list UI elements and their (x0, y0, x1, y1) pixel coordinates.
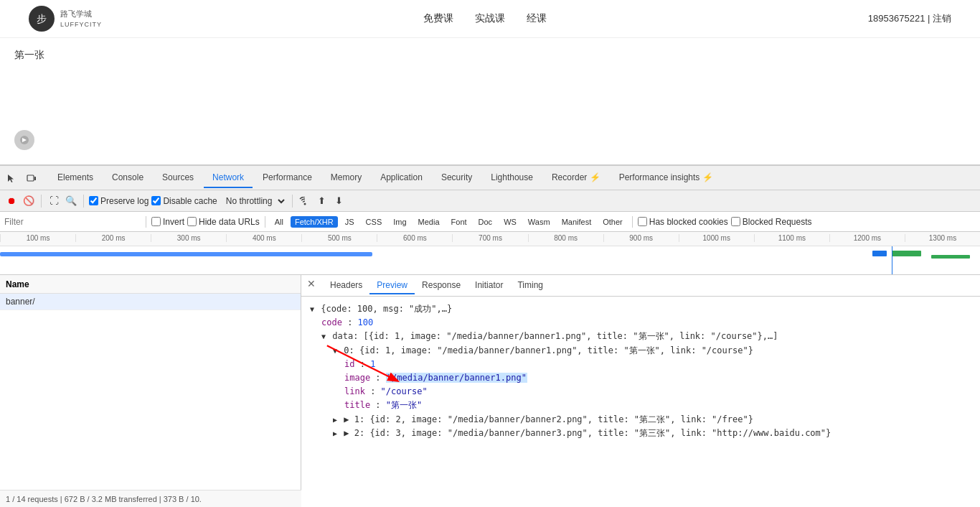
ruler-mark-600: 600 ms (377, 234, 452, 242)
json-item0-link: link : "/course" (310, 385, 971, 399)
type-doc[interactable]: Doc (474, 216, 497, 228)
request-row-label: banner/ (6, 297, 35, 307)
detail-tab-initiator[interactable]: Initiator (468, 277, 510, 294)
data-arrow (321, 332, 326, 340)
ruler-mark-300: 300 ms (151, 234, 226, 242)
tab-recorder[interactable]: Recorder ⚡ (543, 168, 609, 188)
filter-icon[interactable]: ⛶ (47, 194, 61, 208)
nav-item-lesson[interactable]: 经课 (527, 12, 547, 25)
json-id-key: id (344, 359, 354, 369)
tab-application[interactable]: Application (372, 168, 431, 188)
network-conditions-icon[interactable] (298, 194, 312, 208)
json-id-value: 1 (370, 359, 375, 369)
json-colon-3: : (375, 373, 385, 383)
device-toggle-icon[interactable] (23, 169, 40, 187)
tab-network[interactable]: Network (204, 168, 253, 188)
json-data-summary: data: [{id: 1, image: "/media/banner/ban… (332, 331, 778, 341)
disable-cache-checkbox[interactable] (151, 196, 161, 205)
tab-memory[interactable]: Memory (322, 168, 370, 188)
hide-data-urls-checkbox[interactable] (187, 217, 197, 226)
tab-sources[interactable]: Sources (154, 168, 202, 188)
name-panel-header: Name (0, 275, 301, 294)
tab-console[interactable]: Console (103, 168, 152, 188)
type-fetch-xhr[interactable]: Fetch/XHR (291, 216, 338, 228)
type-css[interactable]: CSS (362, 216, 387, 228)
detail-tab-preview[interactable]: Preview (369, 277, 415, 294)
invert-option[interactable]: Invert (151, 217, 184, 227)
json-root[interactable]: {code: 100, msg: "成功",…} (310, 302, 971, 316)
tab-lighthouse[interactable]: Lighthouse (482, 168, 542, 188)
hide-data-urls-option[interactable]: Hide data URLs (187, 217, 260, 227)
disable-cache-text: Disable cache (163, 196, 217, 206)
detail-tab-timing[interactable]: Timing (510, 277, 550, 294)
json-item0[interactable]: 0: {id: 1, image: "/media/banner/banner1… (310, 344, 971, 358)
root-arrow (310, 305, 314, 313)
type-all[interactable]: All (270, 216, 288, 228)
preserve-log-label[interactable]: Preserve log (89, 196, 149, 206)
throttle-select[interactable]: No throttling (220, 194, 287, 208)
blocked-requests-option[interactable]: Blocked Requests (731, 217, 812, 227)
has-blocked-cookies-checkbox[interactable] (638, 217, 647, 226)
detail-tab-response[interactable]: Response (415, 277, 468, 294)
has-blocked-cookies-label: Has blocked cookies (649, 217, 728, 227)
type-img[interactable]: Img (389, 216, 410, 228)
json-item2-summary: ▶ 2: {id: 3, image: "/media/banner/banne… (344, 428, 831, 438)
json-colon-5: : (375, 400, 385, 410)
preserve-log-checkbox[interactable] (89, 196, 98, 205)
json-link-value: "/course" (381, 386, 428, 396)
devtools-tab-bar: Elements Console Sources Network Perform… (0, 166, 980, 190)
json-code: code : 100 (310, 316, 971, 330)
json-item0-image: image : "/media/banner/banner1.png" (310, 371, 971, 385)
tab-performance[interactable]: Performance (254, 168, 321, 188)
type-js[interactable]: JS (341, 216, 359, 228)
filter-divider-3 (632, 216, 633, 228)
export-icon[interactable]: ⬇ (332, 194, 347, 208)
type-media[interactable]: Media (414, 216, 444, 228)
ruler-mark-700: 700 ms (452, 234, 527, 242)
type-ws[interactable]: WS (499, 216, 521, 228)
json-colon-2: : (360, 359, 370, 369)
type-other[interactable]: Other (598, 216, 627, 228)
blocked-requests-checkbox[interactable] (731, 217, 740, 226)
toolbar-divider-1 (41, 195, 42, 208)
json-item1-summary: ▶ 1: {id: 2, image: "/media/banner/banne… (344, 414, 753, 424)
json-title-value: "第一张" (386, 400, 422, 410)
close-button[interactable]: ✕ (307, 278, 316, 289)
has-blocked-cookies-option[interactable]: Has blocked cookies (638, 217, 728, 227)
search-icon[interactable]: 🔍 (64, 194, 78, 208)
type-font[interactable]: Font (447, 216, 471, 228)
record-button[interactable]: ⏺ (4, 194, 19, 208)
invert-checkbox[interactable] (151, 217, 161, 226)
import-icon[interactable]: ⬆ (315, 194, 329, 208)
tab-elements[interactable]: Elements (49, 168, 102, 188)
header-right: 18953675221 | 注销 (868, 12, 951, 25)
detail-tab-headers[interactable]: Headers (323, 277, 369, 294)
json-data[interactable]: data: [{id: 1, image: "/media/banner/ban… (310, 330, 971, 343)
tab-performance-insights[interactable]: Performance insights ⚡ (611, 168, 722, 188)
json-colon-4: : (370, 386, 380, 396)
ruler-mark-200: 200 ms (75, 234, 151, 242)
nav-item-battle[interactable]: 实战课 (475, 12, 505, 25)
json-colon-1: : (347, 317, 357, 327)
request-row-banner[interactable]: banner/ (0, 294, 301, 310)
filter-input[interactable] (4, 217, 141, 227)
timeline-bars (0, 246, 980, 275)
timeline-bar-end2 (892, 251, 921, 256)
cursor-icon[interactable] (3, 169, 20, 187)
json-item2[interactable]: ▶ 2: {id: 3, image: "/media/banner/banne… (310, 427, 971, 440)
toolbar-divider-2 (83, 195, 84, 208)
json-item1[interactable]: ▶ 1: {id: 2, image: "/media/banner/banne… (310, 413, 971, 427)
hide-data-urls-label: Hide data URLs (199, 217, 260, 227)
type-wasm[interactable]: Wasm (524, 216, 555, 228)
invert-label: Invert (163, 217, 184, 227)
type-manifest[interactable]: Manifest (557, 216, 596, 228)
ruler-mark-1100: 1100 ms (754, 234, 829, 242)
main-panel: Name banner/ 1 / 14 requests | 672 B / 3… (0, 275, 980, 507)
filter-bar: Invert Hide data URLs All Fetch/XHR JS C… (0, 212, 980, 232)
nav-item-free[interactable]: 免费课 (423, 12, 453, 25)
disable-cache-label[interactable]: Disable cache (151, 196, 217, 206)
detail-panel: ✕ Headers Preview Response Initiator Tim… (301, 275, 980, 507)
slider-dot[interactable] (14, 130, 34, 150)
tab-security[interactable]: Security (433, 168, 481, 188)
clear-button[interactable]: 🚫 (22, 194, 36, 208)
